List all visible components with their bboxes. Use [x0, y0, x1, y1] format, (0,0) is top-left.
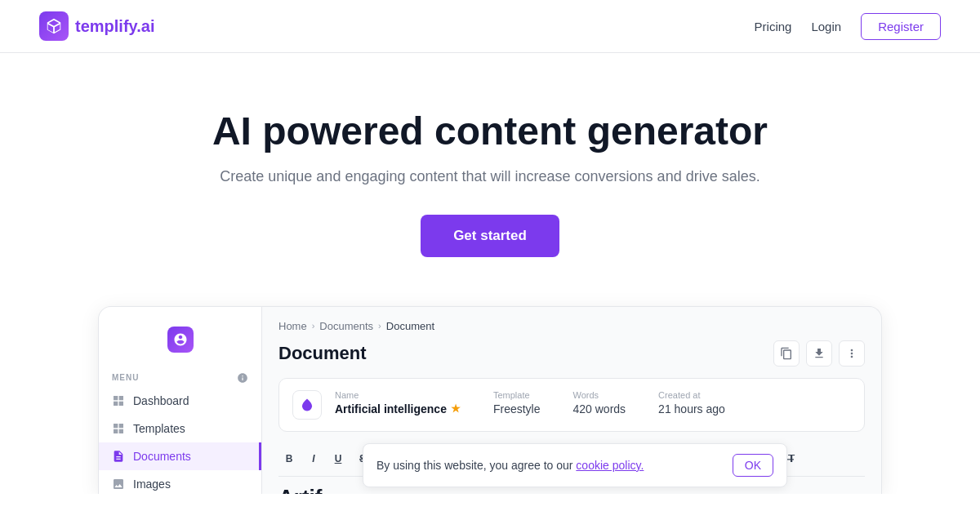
favorite-star: ★ [451, 402, 461, 415]
doc-field-template: Template Freestyle [493, 390, 541, 415]
sidebar-item-templates[interactable]: Templates [99, 415, 261, 442]
doc-meta-icon [292, 390, 322, 420]
sidebar-item-dashboard[interactable]: Dashboard [99, 387, 261, 415]
get-started-button[interactable]: Get started [421, 215, 559, 257]
breadcrumb-sep2: › [378, 321, 381, 331]
doc-field-name: Name Artificial intelligence ★ [335, 390, 461, 415]
sidebar-item-documents[interactable]: Documents [99, 442, 261, 470]
hero-subheading: Create unique and engaging content that … [16, 168, 964, 185]
page-actions [773, 340, 865, 367]
action-copy-button[interactable] [773, 340, 800, 367]
register-button[interactable]: Register [861, 13, 941, 40]
app-preview: MENU Dashboard Templates Documents Image… [0, 290, 980, 494]
page-header: Document [278, 340, 865, 367]
page-title: Document [278, 343, 367, 364]
created-label: Created at [658, 390, 725, 400]
logo[interactable]: templify.ai [39, 11, 154, 41]
logo-text: templify.ai [75, 17, 154, 36]
hero-heading: AI powered content generator [16, 110, 964, 153]
cookie-banner: By using this website, you agree to our … [363, 443, 787, 487]
sidebar-menu-label: MENU [99, 366, 261, 387]
sidebar-documents-label: Documents [133, 450, 191, 463]
preview-container: MENU Dashboard Templates Documents Image… [98, 306, 882, 494]
breadcrumb-sep1: › [312, 321, 315, 331]
sidebar-logo [99, 320, 261, 366]
doc-meta: Name Artificial intelligence ★ Template … [292, 390, 851, 420]
sidebar-dashboard-label: Dashboard [133, 394, 189, 407]
name-label: Name [335, 390, 461, 400]
sidebar-templates-label: Templates [133, 422, 185, 435]
cookie-ok-button[interactable]: OK [733, 454, 773, 477]
italic-button[interactable]: I [303, 448, 324, 469]
breadcrumb-home[interactable]: Home [278, 320, 307, 332]
doc-field-words: Words 420 words [573, 390, 626, 415]
sidebar-logo-icon [167, 327, 194, 353]
cookie-message: By using this website, you agree to our … [376, 459, 644, 472]
hero-section: AI powered content generator Create uniq… [0, 53, 980, 290]
name-value: Artificial intelligence ★ [335, 402, 461, 415]
cookie-policy-link[interactable]: cookie policy. [576, 459, 644, 472]
template-value: Freestyle [493, 402, 541, 415]
nav: Pricing Login Register [755, 13, 941, 40]
created-value: 21 hours ago [658, 402, 725, 415]
pricing-link[interactable]: Pricing [755, 20, 792, 33]
words-value: 420 words [573, 402, 626, 415]
template-label: Template [493, 390, 541, 400]
doc-fields: Name Artificial intelligence ★ Template … [335, 390, 851, 415]
sidebar-item-images[interactable]: Images [99, 470, 261, 494]
bold-button[interactable]: B [278, 448, 300, 469]
breadcrumb-documents[interactable]: Documents [319, 320, 373, 332]
breadcrumb-current: Document [386, 320, 434, 332]
sidebar: MENU Dashboard Templates Documents Image… [99, 307, 262, 494]
underline-button[interactable]: U [327, 448, 349, 469]
action-more-button[interactable] [839, 340, 865, 367]
breadcrumb: Home › Documents › Document [278, 320, 865, 332]
sidebar-images-label: Images [133, 478, 171, 491]
login-link[interactable]: Login [811, 20, 841, 33]
doc-field-created: Created at 21 hours ago [658, 390, 725, 415]
words-label: Words [573, 390, 626, 400]
logo-icon [39, 11, 69, 41]
action-duplicate-button[interactable] [806, 340, 832, 367]
document-card: Name Artificial intelligence ★ Template … [278, 378, 865, 432]
